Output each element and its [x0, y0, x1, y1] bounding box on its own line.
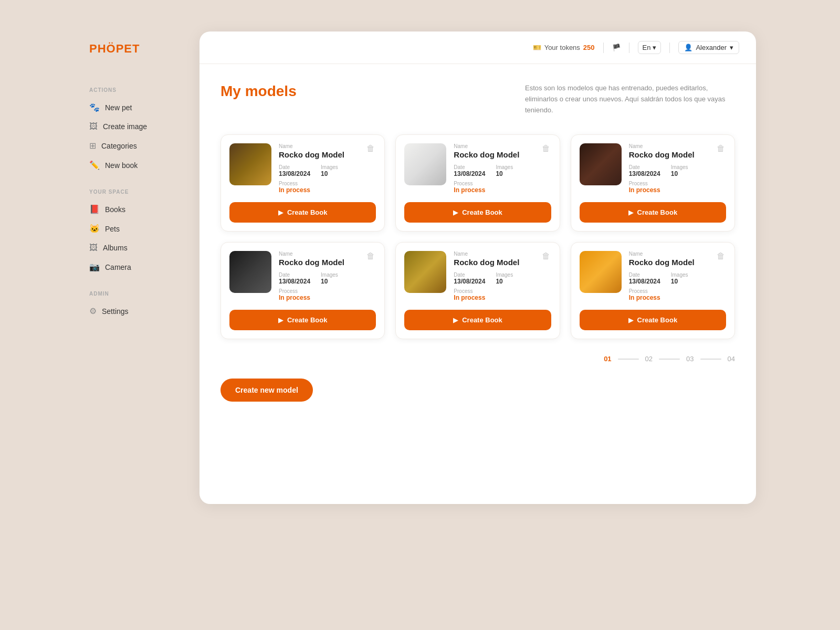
delete-model-button-5[interactable]: 🗑: [539, 249, 553, 264]
model-image-2: [404, 143, 446, 185]
model-date-group-2: Date 13/08/2024: [454, 164, 485, 177]
delete-model-button-3[interactable]: 🗑: [713, 141, 728, 156]
model-image-6: [580, 251, 622, 293]
create-book-button-2[interactable]: ▶ Create Book: [404, 202, 551, 223]
model-card-bottom-6: ▶ Create Book: [571, 310, 734, 339]
edit-icon: ✏️: [89, 160, 100, 170]
user-chevron-icon: ▾: [730, 44, 733, 51]
sidebar-item-books[interactable]: 📕 Books: [84, 200, 200, 218]
settings-icon: ⚙: [89, 306, 97, 316]
page-num-03[interactable]: 03: [686, 355, 694, 363]
page-num-04[interactable]: 04: [728, 355, 735, 363]
sidebar-item-new-book[interactable]: ✏️ New book: [84, 156, 200, 174]
username-label: Alexander: [696, 44, 727, 51]
model-meta-2: Date 13/08/2024 Images 10: [454, 164, 551, 177]
model-images-label-3: Images: [671, 164, 688, 170]
model-card-5: Name Rocko dog Model Date 13/08/2024 Ima…: [395, 242, 560, 339]
tokens-label: Your tokens: [544, 44, 580, 51]
model-date-3: 13/08/2024: [629, 170, 660, 177]
create-book-label-2: Create Book: [462, 208, 502, 216]
create-book-button-3[interactable]: ▶ Create Book: [580, 202, 726, 223]
sidebar-item-camera[interactable]: 📷 Camera: [84, 258, 200, 276]
model-card-bottom-3: ▶ Create Book: [571, 202, 734, 231]
page-num-02[interactable]: 02: [645, 355, 653, 363]
play-icon-4: ▶: [278, 317, 283, 324]
model-date-2: 13/08/2024: [454, 170, 485, 177]
model-date-6: 13/08/2024: [629, 278, 660, 285]
model-name-label-4: Name: [279, 251, 376, 257]
model-card-1: Name Rocko dog Model Date 13/08/2024 Ima…: [220, 134, 385, 232]
image-icon: 🖼: [89, 122, 98, 131]
model-image-4: [229, 251, 271, 293]
sidebar-item-books-label: Books: [105, 205, 125, 214]
play-icon-1: ▶: [278, 209, 283, 216]
model-images-group-5: Images 10: [496, 272, 513, 285]
delete-model-button-1[interactable]: 🗑: [363, 141, 378, 156]
model-card-top-3: Name Rocko dog Model Date 13/08/2024 Ima…: [571, 135, 734, 202]
model-meta-6: Date 13/08/2024 Images 10: [629, 272, 726, 285]
sidebar-item-settings[interactable]: ⚙ Settings: [84, 302, 200, 320]
book-icon: 📕: [89, 204, 100, 214]
header-divider-2: [629, 43, 629, 53]
header: 🎫 Your tokens 250 🏴 En ▾ 👤 Alexander ▾: [200, 32, 756, 64]
model-meta-3: Date 13/08/2024 Images 10: [629, 164, 726, 177]
model-process-label-3: Process: [629, 181, 726, 186]
model-images-2: 10: [496, 170, 513, 177]
sidebar: PHÖPET ACTIONS 🐾 New pet 🖼 Create image …: [84, 32, 200, 504]
model-date-4: 13/08/2024: [279, 278, 310, 285]
create-book-button-1[interactable]: ▶ Create Book: [229, 202, 376, 223]
admin-label: ADMIN: [84, 291, 200, 297]
user-menu[interactable]: 👤 Alexander ▾: [678, 41, 739, 54]
delete-model-button-6[interactable]: 🗑: [713, 249, 728, 264]
model-process-5: In process: [454, 294, 551, 301]
model-date-5: 13/08/2024: [454, 278, 485, 285]
create-book-button-5[interactable]: ▶ Create Book: [404, 310, 551, 330]
model-card-2: Name Rocko dog Model Date 13/08/2024 Ima…: [395, 134, 560, 232]
model-info-3: Name Rocko dog Model Date 13/08/2024 Ima…: [629, 143, 726, 194]
model-meta-4: Date 13/08/2024 Images 10: [279, 272, 376, 285]
model-name-label-5: Name: [454, 251, 551, 257]
model-name-label-6: Name: [629, 251, 726, 257]
create-book-button-6[interactable]: ▶ Create Book: [580, 310, 726, 330]
model-date-label-3: Date: [629, 164, 660, 170]
language-selector[interactable]: En ▾: [638, 41, 662, 54]
main-card: 🎫 Your tokens 250 🏴 En ▾ 👤 Alexander ▾: [200, 32, 756, 504]
model-images-4: 10: [321, 278, 338, 285]
delete-model-button-4[interactable]: 🗑: [363, 249, 378, 264]
sidebar-item-categories[interactable]: ⊞ Categories: [84, 136, 200, 155]
sidebar-item-pets[interactable]: 🐱 Pets: [84, 219, 200, 238]
create-book-label-5: Create Book: [462, 316, 502, 324]
header-divider-1: [603, 43, 604, 53]
pagination: 01020304: [220, 355, 735, 363]
model-date-label-1: Date: [279, 164, 310, 170]
sidebar-item-albums[interactable]: 🖼 Albums: [84, 239, 200, 257]
model-images-group-4: Images 10: [321, 272, 338, 285]
user-icon: 👤: [684, 44, 692, 51]
model-card-bottom-1: ▶ Create Book: [221, 202, 384, 231]
model-card-4: Name Rocko dog Model Date 13/08/2024 Ima…: [220, 242, 385, 339]
sidebar-item-create-image[interactable]: 🖼 Create image: [84, 118, 200, 135]
model-images-label-5: Images: [496, 272, 513, 278]
tokens-value: 250: [583, 44, 595, 51]
model-process-label-2: Process: [454, 181, 551, 186]
model-image-1: [229, 143, 271, 185]
model-card-top-1: Name Rocko dog Model Date 13/08/2024 Ima…: [221, 135, 384, 202]
model-process-2: In process: [454, 186, 551, 194]
create-new-model-button[interactable]: Create new model: [220, 379, 313, 402]
model-info-6: Name Rocko dog Model Date 13/08/2024 Ima…: [629, 251, 726, 301]
page-line-2: [700, 359, 721, 360]
delete-model-button-2[interactable]: 🗑: [539, 141, 553, 156]
language-label: En: [643, 44, 651, 51]
create-book-button-4[interactable]: ▶ Create Book: [229, 310, 376, 330]
sidebar-space-section: YOUR SPACE 📕 Books 🐱 Pets 🖼 Albums 📷 Cam…: [84, 189, 200, 276]
sidebar-item-categories-label: Categories: [101, 142, 137, 150]
model-meta-1: Date 13/08/2024 Images 10: [279, 164, 376, 177]
flag-button[interactable]: 🏴: [612, 44, 621, 51]
sidebar-item-pets-label: Pets: [105, 225, 120, 233]
flag-icon: 🏴: [612, 44, 621, 51]
page-num-01[interactable]: 01: [604, 355, 611, 363]
sidebar-item-new-pet[interactable]: 🐾 New pet: [84, 98, 200, 117]
model-images-3: 10: [671, 170, 688, 177]
create-book-label-1: Create Book: [287, 208, 328, 216]
model-name-3: Rocko dog Model: [629, 150, 726, 159]
